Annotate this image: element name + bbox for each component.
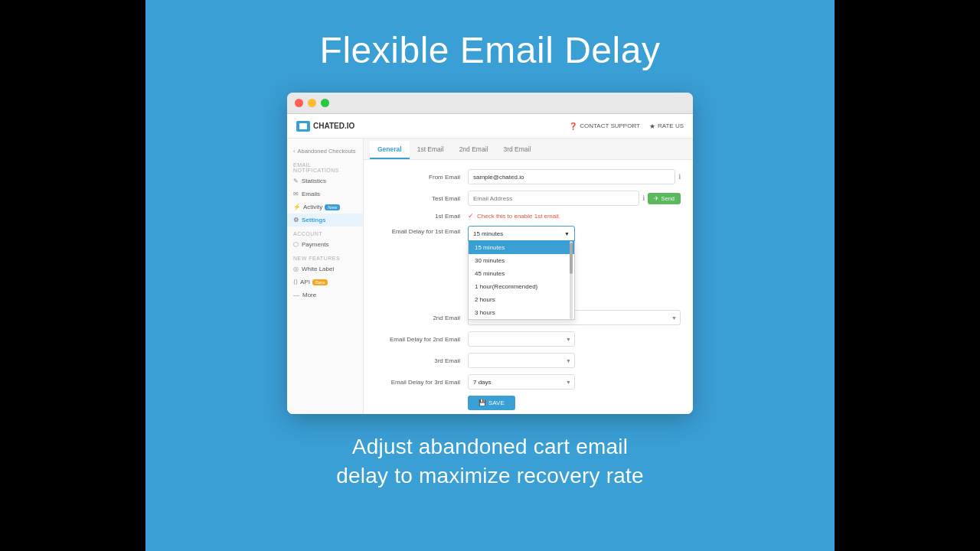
- white-label-label: White Label: [302, 266, 334, 272]
- sidebar-item-more[interactable]: — More: [287, 289, 363, 302]
- checkbox-checked-icon: ✓: [468, 212, 474, 220]
- section-label-new-features: New Features: [287, 251, 363, 262]
- app-logo: CHATED.IO: [296, 121, 354, 132]
- dropdown-list: 15 minutes 30 minutes 45 minutes 1 hour(…: [468, 241, 575, 320]
- browser-titlebar: [287, 93, 693, 114]
- payments-icon: ⬡: [293, 241, 299, 248]
- from-email-input[interactable]: [468, 169, 675, 184]
- from-email-info-icon[interactable]: ℹ: [678, 173, 681, 181]
- logo-icon-inner: [299, 123, 307, 129]
- email-delay-3rd-dropdown[interactable]: 7 days ▼: [468, 374, 575, 390]
- send-icon: ✈: [654, 195, 659, 202]
- email-delay-2nd-select[interactable]: [468, 331, 575, 347]
- emails-icon: ✉: [293, 191, 299, 197]
- email-delay-2nd-label: Email Delay for 2nd Email: [376, 336, 468, 343]
- activity-label: Activity: [303, 204, 322, 210]
- save-icon: 💾: [479, 399, 486, 406]
- more-label: More: [302, 292, 316, 298]
- send-button[interactable]: ✈ Send: [648, 193, 681, 204]
- statistics-icon: ✎: [293, 178, 299, 184]
- settings-label: Settings: [302, 217, 326, 223]
- tabs-bar: General 1st Email 2nd Email 3rd Email: [364, 139, 693, 160]
- slide-subtitle: Adjust abandoned cart emaildelay to maxi…: [336, 432, 643, 491]
- tab-2nd-email[interactable]: 2nd Email: [452, 141, 496, 159]
- email-delay-1st-dropdown[interactable]: 15 minutes ▼ 15 minutes 30 minutes 45 mi…: [468, 226, 575, 241]
- email-delay-3rd-select[interactable]: 7 days: [468, 374, 575, 390]
- from-email-group: ℹ: [468, 169, 681, 184]
- maximize-dot[interactable]: [321, 99, 329, 107]
- tab-3rd-email[interactable]: 3rd Email: [495, 141, 538, 159]
- sidebar-item-activity[interactable]: ⚡ Activity New: [287, 201, 363, 214]
- activity-icon: ⚡: [293, 204, 301, 210]
- rate-us-label: RATE US: [658, 122, 684, 129]
- save-label: SAVE: [488, 399, 505, 406]
- white-label-icon: ◎: [293, 266, 299, 272]
- first-email-checkbox-text: Check this to enable 1st email.: [477, 213, 560, 220]
- dropdown-option-30min[interactable]: 30 minutes: [469, 254, 574, 267]
- dropdown-option-45min[interactable]: 45 minutes: [469, 267, 574, 280]
- dropdown-option-3hours[interactable]: 3 hours: [469, 306, 574, 319]
- sidebar-item-api[interactable]: ⟨⟩ API Beta: [287, 276, 363, 289]
- dropdown-option-1hour[interactable]: 1 hour(Recommended): [469, 280, 574, 293]
- api-icon: ⟨⟩: [293, 279, 298, 285]
- dropdown-trigger[interactable]: 15 minutes ▼: [468, 226, 575, 241]
- first-email-checkbox-label[interactable]: ✓ Check this to enable 1st email.: [468, 212, 560, 220]
- form-area: From Email ℹ Test Email ℹ: [364, 160, 693, 414]
- tab-1st-email[interactable]: 1st Email: [410, 141, 452, 159]
- more-icon: —: [293, 292, 299, 298]
- sidebar-item-emails[interactable]: ✉ Emails: [287, 187, 363, 201]
- browser-body: ‹ Abandoned Checkouts Email Notification…: [287, 139, 693, 414]
- save-button[interactable]: 💾 SAVE: [468, 396, 515, 410]
- nav-right: ❓ CONTACT SUPPORT ★ RATE US: [569, 122, 684, 130]
- test-email-info-icon[interactable]: ℹ: [642, 194, 645, 202]
- contact-support-link[interactable]: ❓ CONTACT SUPPORT: [569, 122, 640, 130]
- third-email-select[interactable]: [468, 353, 575, 368]
- sidebar-item-statistics[interactable]: ✎ Statistics: [287, 174, 363, 187]
- dropdown-option-2hours[interactable]: 2 hours: [469, 293, 574, 306]
- send-label: Send: [661, 195, 675, 202]
- email-delay-2nd-row: Email Delay for 2nd Email ▼: [376, 331, 681, 347]
- first-email-label: 1st Email: [376, 213, 468, 220]
- email-delay-2nd-dropdown[interactable]: ▼: [468, 331, 575, 347]
- logo-icon: [296, 121, 310, 132]
- third-email-dropdown[interactable]: ▼: [468, 353, 575, 368]
- star-icon: ★: [649, 122, 655, 130]
- api-badge: Beta: [312, 279, 328, 285]
- from-email-label: From Email: [376, 174, 468, 181]
- emails-label: Emails: [302, 191, 320, 197]
- sidebar-item-settings[interactable]: ⚙ Settings: [287, 214, 363, 227]
- third-email-label: 3rd Email: [376, 357, 468, 364]
- settings-icon: ⚙: [293, 217, 299, 223]
- email-delay-1st-row: Email Delay for 1st Email 15 minutes ▼ 1…: [376, 226, 681, 241]
- rate-us-link[interactable]: ★ RATE US: [649, 122, 684, 130]
- chevron-down-icon: ▼: [564, 231, 570, 236]
- statistics-label: Statistics: [302, 178, 326, 184]
- tab-general[interactable]: General: [370, 141, 410, 159]
- email-delay-3rd-label: Email Delay for 3rd Email: [376, 379, 468, 386]
- close-dot[interactable]: [295, 99, 303, 107]
- section-label-email: Email Notifications: [287, 158, 363, 174]
- sidebar-item-white-label[interactable]: ◎ White Label: [287, 262, 363, 276]
- payments-label: Payments: [302, 241, 329, 248]
- sidebar-breadcrumb: ‹ Abandoned Checkouts: [287, 145, 363, 158]
- from-email-row: From Email ℹ: [376, 169, 681, 184]
- email-delay-1st-label: Email Delay for 1st Email: [376, 226, 468, 235]
- dropdown-scrollbar-thumb: [570, 243, 573, 274]
- test-email-input[interactable]: [468, 191, 639, 206]
- test-email-group: ℹ ✈ Send: [468, 191, 681, 206]
- minimize-dot[interactable]: [308, 99, 316, 107]
- main-content: General 1st Email 2nd Email 3rd Email Fr…: [364, 139, 693, 414]
- breadcrumb-text: Abandoned Checkouts: [298, 148, 356, 155]
- dropdown-option-15min[interactable]: 15 minutes: [469, 241, 574, 254]
- api-label: API: [300, 279, 310, 285]
- sidebar: ‹ Abandoned Checkouts Email Notification…: [287, 139, 364, 414]
- sidebar-item-payments[interactable]: ⬡ Payments: [287, 238, 363, 251]
- second-email-label: 2nd Email: [376, 315, 468, 321]
- test-email-row: Test Email ℹ ✈ Send: [376, 191, 681, 206]
- activity-badge: New: [325, 204, 340, 210]
- email-delay-3rd-row: Email Delay for 3rd Email 7 days ▼: [376, 374, 681, 390]
- slide: Flexible Email Delay CHATED.IO ❓ CONTACT…: [145, 0, 835, 551]
- dropdown-selected-value: 15 minutes: [473, 230, 503, 237]
- browser-window: CHATED.IO ❓ CONTACT SUPPORT ★ RATE US ‹ …: [287, 93, 693, 414]
- chevron-left-icon: ‹: [293, 148, 296, 155]
